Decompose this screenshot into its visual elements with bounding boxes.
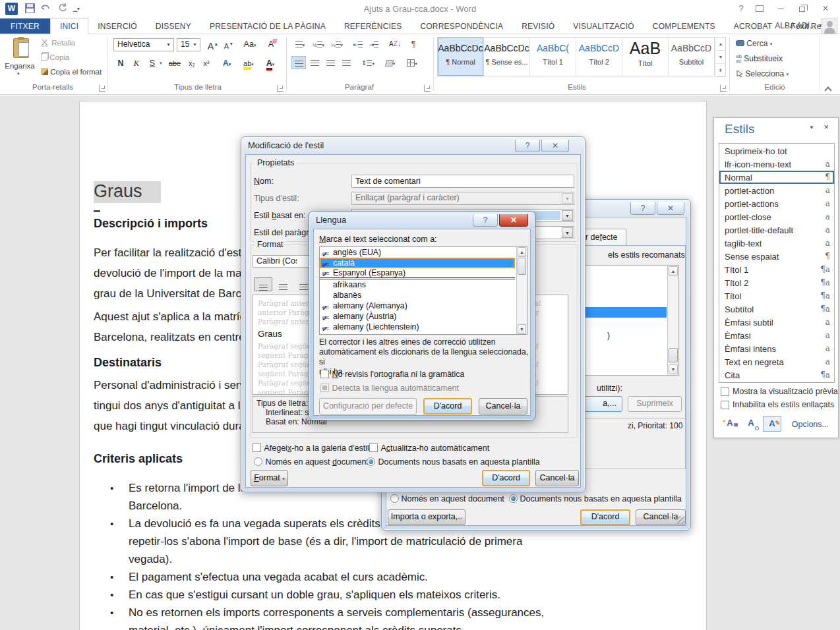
gallery-more-icon[interactable]: ⇟ xyxy=(716,64,725,77)
manage-import-export-button[interactable]: Importa o exporta,.. xyxy=(388,509,465,525)
language-option[interactable]: ABC✓ alemany (Àustria) xyxy=(320,311,515,322)
style-gallery-item[interactable]: AaBbCcDc ¶ Normal xyxy=(438,38,484,76)
ribbon-tab[interactable]: FITXER xyxy=(0,18,50,34)
style-gallery-item[interactable]: AaB Títol xyxy=(622,38,669,76)
resize-grip[interactable] xyxy=(676,516,684,524)
align-left-button[interactable] xyxy=(291,56,306,69)
style-item[interactable]: Subtítol ¶a xyxy=(719,302,834,316)
increase-indent-button[interactable]: ⇥ xyxy=(367,38,381,51)
justify-button[interactable] xyxy=(339,56,353,69)
font-name-combo[interactable]: Helvetica▼ xyxy=(113,38,174,51)
account-name[interactable]: ALBA ADI... xyxy=(775,21,816,30)
ribbon-tab[interactable]: ACROBAT xyxy=(725,18,782,34)
ribbon-display-options-button[interactable] xyxy=(750,0,769,17)
styles-pane-close-icon[interactable]: × xyxy=(824,122,829,132)
sort-button[interactable]: AZ↓ xyxy=(386,38,404,51)
multilevel-list-button[interactable]: ⅓▾ xyxy=(328,38,345,51)
cut-button[interactable]: Retalla xyxy=(41,38,75,47)
ribbon-tab[interactable]: CORRESPONDÈNCIA xyxy=(411,18,512,34)
style-item[interactable]: Suprimeix-ho tot xyxy=(719,144,834,158)
manage-ok-button[interactable]: D'acord xyxy=(580,509,630,525)
bold-button[interactable]: N xyxy=(113,57,128,70)
grow-font-button[interactable]: A▲ xyxy=(206,38,220,51)
language-option[interactable]: ABC✓ català xyxy=(320,258,515,268)
language-ok-button[interactable]: D'acord xyxy=(423,398,472,415)
preview-align-left-button[interactable] xyxy=(254,277,272,291)
style-item[interactable]: Títol 2 ¶a xyxy=(719,276,834,289)
language-option[interactable]: ABC✓ Espanyol (Espanya) xyxy=(320,268,515,279)
detect-language-checkbox[interactable]: Detecta la llengua automàticament xyxy=(320,382,459,393)
language-default-button[interactable]: Configuració per defecte xyxy=(319,398,417,415)
paragraph-dialog-launcher[interactable] xyxy=(424,85,431,92)
new-documents-radio[interactable]: Documents nous basats en aquesta plantil… xyxy=(367,455,540,467)
gallery-up-icon[interactable]: ▲ xyxy=(716,38,725,51)
paste-button[interactable]: Enganxa ▾ xyxy=(4,36,36,82)
style-item[interactable]: Èmfasi subtil a xyxy=(719,316,834,329)
language-option[interactable]: ABC✓ albanès xyxy=(320,290,515,301)
underline-dropdown-icon[interactable]: ▾ xyxy=(157,57,165,70)
language-cancel-button[interactable]: Cancel·la xyxy=(479,398,527,415)
manage-list-scrollbar[interactable]: ▲ ▼ xyxy=(667,266,678,375)
disable-linked-styles-checkbox[interactable]: Inhabilita els estils enllaçats xyxy=(721,400,834,409)
scroll-thumb[interactable] xyxy=(669,348,678,362)
style-gallery-item[interactable]: AaBbCcD Títol 2 xyxy=(576,38,622,76)
style-item[interactable]: lfr-icon-menu-text a xyxy=(719,158,834,171)
font-color-button[interactable]: A▾ xyxy=(261,57,280,70)
minimize-button[interactable]: ─ xyxy=(771,0,790,17)
new-style-button[interactable]: A✶▄ xyxy=(721,416,739,432)
ribbon-tab[interactable]: REVISIÓ xyxy=(512,18,564,34)
copy-button[interactable]: Copia xyxy=(41,53,69,61)
auto-update-checkbox[interactable]: Actualitza-ho automàticament xyxy=(369,442,489,453)
help-button[interactable]: ? xyxy=(732,0,750,17)
font-name-dropdown-icon[interactable]: ▼ xyxy=(164,39,173,51)
scroll-down-icon[interactable]: ▼ xyxy=(669,364,678,374)
style-item[interactable]: portlet-close a xyxy=(719,210,834,223)
restore-button[interactable] xyxy=(793,0,811,17)
ribbon-tab[interactable]: INICI xyxy=(50,18,88,34)
manage-only-doc-radio[interactable]: Només en aquest document xyxy=(390,494,504,503)
preview-align-center-button[interactable] xyxy=(274,277,293,291)
language-close-button[interactable]: ✕ xyxy=(499,214,528,227)
style-item[interactable]: Èmfasi a xyxy=(719,329,834,342)
language-option[interactable]: ABC✓ alemany (Liechtenstein) xyxy=(320,322,515,332)
scroll-up-icon[interactable]: ▲ xyxy=(518,247,526,257)
styles-options-link[interactable]: Opcions... xyxy=(792,420,829,429)
style-item[interactable]: taglib-text a xyxy=(719,237,834,250)
language-option[interactable]: ABC✓ alemany (Alemanya) xyxy=(320,301,515,311)
strikethrough-button[interactable]: abe xyxy=(166,57,183,70)
ribbon-tab[interactable]: PRESENTACIÓ DE LA PÀGINA xyxy=(200,18,335,34)
style-gallery-item[interactable]: AaBbCcDc ¶ Sense es... xyxy=(484,38,530,76)
ribbon-tab[interactable]: COMPLEMENTS xyxy=(644,18,725,34)
show-paragraph-marks-button[interactable]: ¶ xyxy=(406,38,421,51)
borders-button[interactable]: ▾ xyxy=(402,56,422,69)
style-name-input[interactable] xyxy=(351,175,574,188)
format-painter-button[interactable]: Copia el format xyxy=(41,67,102,76)
show-preview-checkbox[interactable]: Mostra la visualització prèvia xyxy=(721,387,838,396)
style-gallery-item[interactable]: AaBbC( Títol 1 xyxy=(530,38,576,76)
language-option[interactable]: ABC✓ afrikaans xyxy=(320,279,515,290)
style-item[interactable]: portlet-action a xyxy=(719,184,834,197)
clear-formatting-button[interactable]: A xyxy=(264,38,278,51)
clipboard-dialog-launcher[interactable] xyxy=(99,85,105,92)
style-item[interactable]: Títol 1 ¶a xyxy=(719,263,834,276)
subscript-button[interactable]: x₂ xyxy=(185,57,199,70)
style-inspector-button[interactable]: A xyxy=(742,416,760,432)
language-list-scrollbar[interactable]: ▲ ▼ xyxy=(516,247,527,334)
language-option[interactable]: ABC✓ anglès (EUA) xyxy=(320,247,515,258)
font-size-dropdown-icon[interactable]: ▼ xyxy=(190,39,200,51)
text-effects-button[interactable]: A▾ xyxy=(218,57,236,70)
style-item[interactable]: Sense espaiat ¶ xyxy=(719,250,834,263)
font-dialog-launcher[interactable] xyxy=(277,85,284,92)
avatar[interactable] xyxy=(822,18,837,34)
find-button[interactable]: Cerca ▾ xyxy=(736,38,772,48)
manage-close-button[interactable]: ✕ xyxy=(657,202,684,215)
select-button[interactable]: Selecciona ▾ xyxy=(736,69,789,78)
format-font-combo[interactable]: Calibri (Cos) xyxy=(253,255,311,268)
change-case-button[interactable]: Aa▾ xyxy=(240,38,260,51)
font-size-combo[interactable]: 15▼ xyxy=(177,38,200,51)
style-gallery-item[interactable]: AaBbCcD Subtítol xyxy=(669,38,715,76)
close-button[interactable]: × xyxy=(816,0,835,17)
modify-close-button[interactable]: ✕ xyxy=(541,140,569,152)
style-item[interactable]: Text en negreta a xyxy=(719,355,834,368)
manage-styles-button[interactable]: A✎ xyxy=(763,416,781,432)
